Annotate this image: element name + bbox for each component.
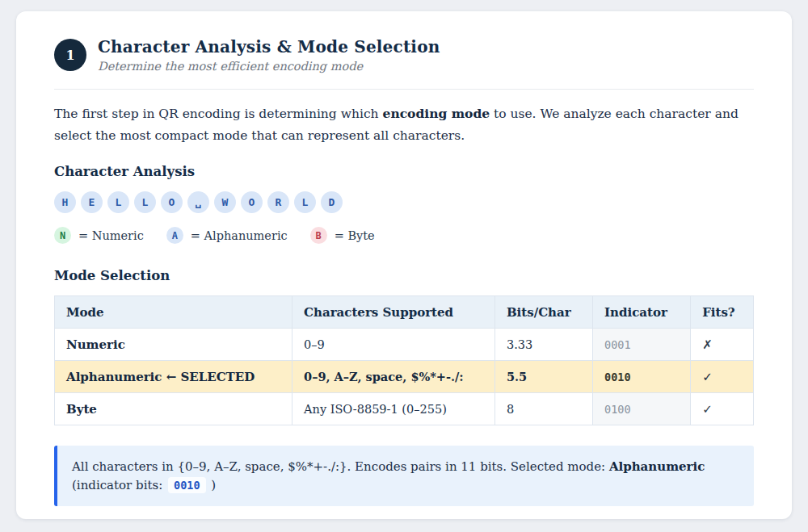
header-characters-supported: Characters Supported xyxy=(292,296,495,329)
char-chip: L xyxy=(107,191,129,213)
fits-cell-cross: ✗ xyxy=(691,329,754,361)
chars-cell: 0–9, A–Z, space, $%*+-./: xyxy=(292,361,495,393)
bits-cell: 8 xyxy=(494,393,592,425)
indicator-cell: 0100 xyxy=(593,393,691,425)
mode-legend: N = Numeric A = Alphanumeric B = Byte xyxy=(54,227,754,244)
legend-label: = Numeric xyxy=(78,229,144,242)
intro-paragraph: The first step in QR encoding is determi… xyxy=(54,103,754,146)
character-analysis-heading: Character Analysis xyxy=(54,164,754,179)
char-chip: H xyxy=(54,191,76,213)
char-chip: L xyxy=(134,191,156,213)
intro-text-1: The first step in QR encoding is determi… xyxy=(54,107,383,121)
char-chip: R xyxy=(267,191,289,213)
header-indicator: Indicator xyxy=(593,296,691,329)
char-chip: W xyxy=(214,191,236,213)
table-row-numeric: Numeric 0–9 3.33 0001 ✗ xyxy=(55,329,754,361)
note-text-3: ) xyxy=(208,478,217,492)
char-chip: L xyxy=(294,191,316,213)
legend-item-numeric: N = Numeric xyxy=(54,227,144,244)
chars-cell: Any ISO-8859-1 (0–255) xyxy=(292,393,495,425)
step-number: 1 xyxy=(65,48,74,63)
step-header: 1 Character Analysis & Mode Selection De… xyxy=(54,37,754,90)
byte-mode-dot: B xyxy=(310,227,327,244)
mode-cell: Numeric xyxy=(55,329,292,361)
character-chips-row: H E L L O ␣ W O R L D xyxy=(54,191,754,213)
legend-label: = Byte xyxy=(335,229,375,242)
mode-cell: Byte xyxy=(55,393,292,425)
note-bold-alphanumeric: Alphanumeric xyxy=(609,459,705,474)
note-text-2: (indicator bits: xyxy=(72,478,166,492)
bits-cell: 5.5 xyxy=(494,361,592,393)
header-fits: Fits? xyxy=(691,296,754,329)
mode-selection-table: Mode Characters Supported Bits/Char Indi… xyxy=(54,295,754,425)
alphanumeric-mode-dot: A xyxy=(166,227,183,244)
table-header-row: Mode Characters Supported Bits/Char Indi… xyxy=(55,296,754,329)
table-row-alphanumeric-selected: Alphanumeric ← SELECTED 0–9, A–Z, space,… xyxy=(55,361,754,393)
intro-bold-encoding-mode: encoding mode xyxy=(383,106,490,121)
indicator-cell: 0010 xyxy=(593,361,691,393)
legend-item-byte: B = Byte xyxy=(310,227,375,244)
indicator-cell: 0001 xyxy=(593,329,691,361)
numeric-mode-dot: N xyxy=(54,227,71,244)
mode-selection-heading: Mode Selection xyxy=(54,268,754,283)
step-card: 1 Character Analysis & Mode Selection De… xyxy=(16,11,792,519)
char-chip-space: ␣ xyxy=(187,191,209,213)
step-number-badge: 1 xyxy=(54,39,86,71)
fits-cell-check: ✓ xyxy=(691,361,754,393)
bits-cell: 3.33 xyxy=(494,329,592,361)
char-chip: O xyxy=(241,191,263,213)
table-row-byte: Byte Any ISO-8859-1 (0–255) 8 0100 ✓ xyxy=(55,393,754,425)
indicator-bits-code: 0010 xyxy=(168,477,206,493)
legend-label: = Alphanumeric xyxy=(191,229,288,242)
char-chip: O xyxy=(161,191,183,213)
header-mode: Mode xyxy=(55,296,292,329)
char-chip: E xyxy=(81,191,103,213)
step-title-block: Character Analysis & Mode Selection Dete… xyxy=(98,37,440,73)
mode-cell: Alphanumeric ← SELECTED xyxy=(55,361,292,393)
fits-cell-check: ✓ xyxy=(691,393,754,425)
char-chip: D xyxy=(321,191,343,213)
note-text-1: All characters in {0–9, A–Z, space, $%*+… xyxy=(72,459,609,474)
summary-note: All characters in {0–9, A–Z, space, $%*+… xyxy=(54,446,754,506)
page-subtitle: Determine the most efficient encoding mo… xyxy=(98,60,440,73)
legend-item-alphanumeric: A = Alphanumeric xyxy=(166,227,288,244)
page-title: Character Analysis & Mode Selection xyxy=(98,37,440,57)
chars-cell: 0–9 xyxy=(292,329,495,361)
header-bits-per-char: Bits/Char xyxy=(494,296,592,329)
